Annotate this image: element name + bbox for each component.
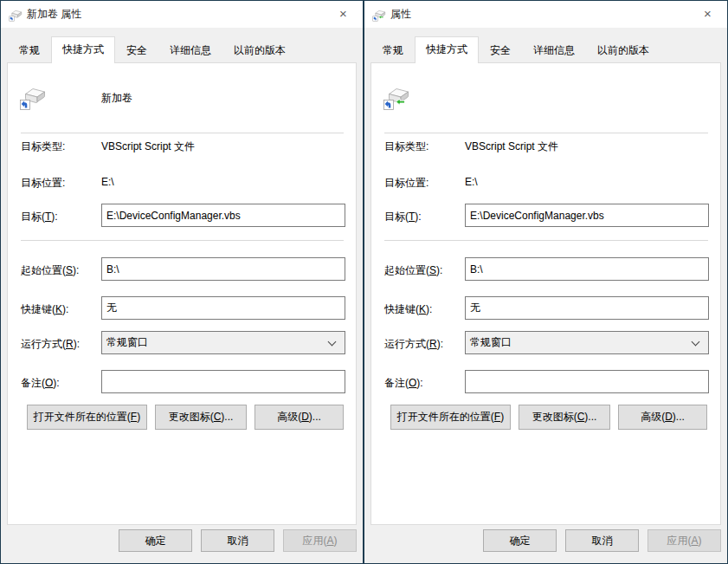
cancel-button[interactable]: 取消	[201, 529, 274, 552]
change-icon-button[interactable]: 更改图标(C)...	[519, 405, 610, 430]
tab-details[interactable]: 详细信息	[522, 39, 586, 63]
start-in-input[interactable]	[465, 257, 709, 281]
target-type-value: VBScript Script 文件	[101, 139, 195, 154]
window-title: 属性	[390, 7, 411, 22]
run-mode-select[interactable]: 常规窗口	[101, 331, 345, 354]
open-file-location-button[interactable]: 打开文件所在的位置(F)	[390, 405, 511, 430]
tab-shortcut[interactable]: 快捷方式	[415, 36, 479, 63]
separator	[21, 240, 344, 241]
target-label: 目标(T):	[21, 210, 58, 224]
target-type-label: 目标类型:	[21, 139, 65, 154]
shortcut-tab-page: 目标类型: VBScript Script 文件 目标位置: E:\ 目标(T)…	[370, 62, 721, 525]
apply-button: 应用(A)	[647, 529, 721, 552]
shortcut-key-label: 快捷键(K):	[21, 302, 68, 317]
tab-strip: 常规 快捷方式 安全 详细信息 以前的版本	[1, 28, 363, 63]
comment-input[interactable]	[465, 370, 709, 393]
tab-security[interactable]: 安全	[479, 39, 522, 63]
drive-shortcut-icon	[9, 8, 23, 22]
target-type-label: 目标类型:	[384, 139, 428, 154]
titlebar[interactable]: 新加卷 属性 ×	[1, 1, 363, 28]
close-icon[interactable]: ×	[324, 1, 363, 26]
removable-drive-shortcut-icon	[383, 83, 410, 111]
cancel-button[interactable]: 取消	[565, 529, 639, 552]
tab-general[interactable]: 常规	[371, 39, 415, 63]
tab-strip: 常规 快捷方式 安全 详细信息 以前的版本	[364, 28, 727, 63]
chevron-down-icon	[328, 338, 337, 347]
drive-shortcut-icon	[19, 83, 47, 111]
ok-button[interactable]: 确定	[119, 529, 192, 552]
separator	[384, 133, 708, 133]
titlebar[interactable]: 属性 ×	[364, 1, 727, 28]
shortcut-tab-page: 新加卷 目标类型: VBScript Script 文件 目标位置: E:\ 目…	[7, 62, 357, 525]
tab-previous-versions[interactable]: 以前的版本	[222, 39, 297, 63]
comment-input[interactable]	[101, 370, 345, 393]
ok-button[interactable]: 确定	[483, 529, 557, 552]
advanced-button[interactable]: 高级(D)...	[254, 405, 344, 430]
tab-general[interactable]: 常规	[8, 39, 51, 63]
start-in-label: 起始位置(S):	[384, 263, 442, 278]
target-location-label: 目标位置:	[384, 176, 428, 191]
separator	[384, 240, 708, 241]
properties-dialog-removable: 属性 × 常规 快捷方式 安全 详细信息 以前的版本 目标类型: VBScrip…	[364, 0, 728, 564]
comment-label: 备注(O):	[21, 376, 60, 391]
target-input[interactable]	[465, 204, 709, 227]
removable-drive-shortcut-icon	[372, 8, 386, 22]
properties-dialog-volume: 新加卷 属性 × 常规 快捷方式 安全 详细信息 以前的版本 新加卷 目标类型:…	[0, 0, 364, 564]
shortcut-name: 新加卷	[101, 91, 132, 106]
tab-security[interactable]: 安全	[115, 39, 158, 63]
shortcut-key-input[interactable]	[465, 296, 709, 320]
change-icon-button[interactable]: 更改图标(C)...	[155, 405, 247, 430]
run-mode-value: 常规窗口	[470, 335, 512, 350]
shortcut-key-input[interactable]	[101, 296, 345, 320]
advanced-button[interactable]: 高级(D)...	[618, 405, 707, 430]
target-type-value: VBScript Script 文件	[465, 139, 558, 154]
run-mode-value: 常规窗口	[106, 335, 148, 350]
tab-details[interactable]: 详细信息	[158, 39, 222, 63]
separator	[21, 133, 344, 133]
run-mode-label: 运行方式(R):	[384, 337, 443, 352]
window-title: 新加卷 属性	[27, 7, 81, 22]
run-mode-select[interactable]: 常规窗口	[465, 331, 709, 354]
open-file-location-button[interactable]: 打开文件所在的位置(F)	[27, 405, 147, 430]
target-input[interactable]	[101, 204, 345, 227]
start-in-input[interactable]	[101, 257, 345, 281]
desktop: 新加卷 属性 × 常规 快捷方式 安全 详细信息 以前的版本 新加卷 目标类型:…	[0, 0, 728, 564]
target-location-label: 目标位置:	[21, 176, 65, 191]
shortcut-key-label: 快捷键(K):	[384, 302, 432, 317]
target-label: 目标(T):	[384, 210, 422, 224]
target-location-value: E:\	[101, 176, 114, 188]
chevron-down-icon	[692, 338, 700, 347]
close-icon[interactable]: ×	[688, 1, 727, 26]
tab-shortcut[interactable]: 快捷方式	[51, 36, 115, 63]
target-location-value: E:\	[465, 176, 478, 188]
run-mode-label: 运行方式(R):	[21, 337, 80, 352]
apply-button: 应用(A)	[283, 529, 357, 552]
start-in-label: 起始位置(S):	[21, 263, 79, 278]
comment-label: 备注(O):	[384, 376, 423, 391]
tab-previous-versions[interactable]: 以前的版本	[586, 39, 660, 63]
